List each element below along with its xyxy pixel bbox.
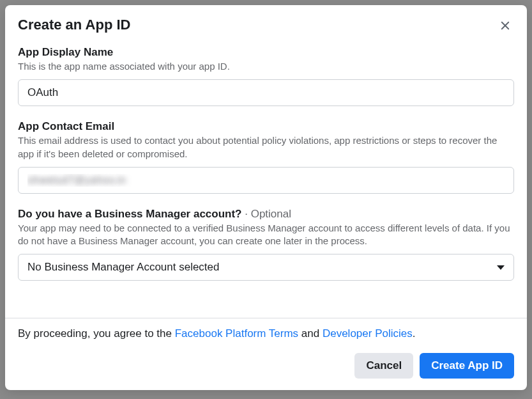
business-manager-select[interactable]: No Business Manager Account selected: [18, 254, 514, 281]
display-name-input[interactable]: [18, 79, 514, 106]
cancel-button[interactable]: Cancel: [354, 353, 413, 379]
business-manager-select-wrap: No Business Manager Account selected: [18, 254, 514, 281]
contact-email-label: App Contact Email: [18, 120, 514, 133]
agree-text: By proceeding, you agree to the Facebook…: [18, 327, 514, 340]
display-name-label: App Display Name: [18, 46, 514, 59]
business-manager-selected: No Business Manager Account selected: [27, 261, 220, 274]
contact-email-input[interactable]: [18, 167, 514, 194]
create-app-id-button[interactable]: Create App ID: [420, 353, 514, 379]
display-name-help: This is the app name associated with you…: [18, 60, 514, 73]
business-manager-help: Your app may need to be connected to a v…: [18, 222, 514, 248]
chevron-down-icon: [497, 265, 505, 270]
create-app-id-modal: Create an App ID App Display Name This i…: [5, 5, 527, 390]
modal-body: Create an App ID App Display Name This i…: [5, 5, 527, 318]
agree-suffix: .: [413, 327, 416, 340]
business-manager-label: Do you have a Business Manager account? …: [18, 208, 514, 221]
contact-email-help: This email address is used to contact yo…: [18, 134, 514, 160]
business-manager-group: Do you have a Business Manager account? …: [18, 208, 514, 281]
close-icon: [499, 20, 511, 31]
modal-header: Create an App ID: [18, 17, 514, 35]
close-button[interactable]: [496, 17, 514, 35]
modal-footer: By proceeding, you agree to the Facebook…: [5, 318, 527, 390]
optional-tag: · Optional: [241, 208, 291, 220]
contact-email-group: App Contact Email This email address is …: [18, 120, 514, 194]
modal-title: Create an App ID: [18, 17, 130, 33]
developer-policies-link[interactable]: Developer Policies: [323, 327, 413, 340]
agree-prefix: By proceeding, you agree to the: [18, 327, 175, 340]
button-row: Cancel Create App ID: [18, 353, 514, 379]
business-manager-label-text: Do you have a Business Manager account?: [18, 208, 241, 220]
platform-terms-link[interactable]: Facebook Platform Terms: [175, 327, 298, 340]
agree-mid: and: [298, 327, 323, 340]
display-name-group: App Display Name This is the app name as…: [18, 46, 514, 106]
